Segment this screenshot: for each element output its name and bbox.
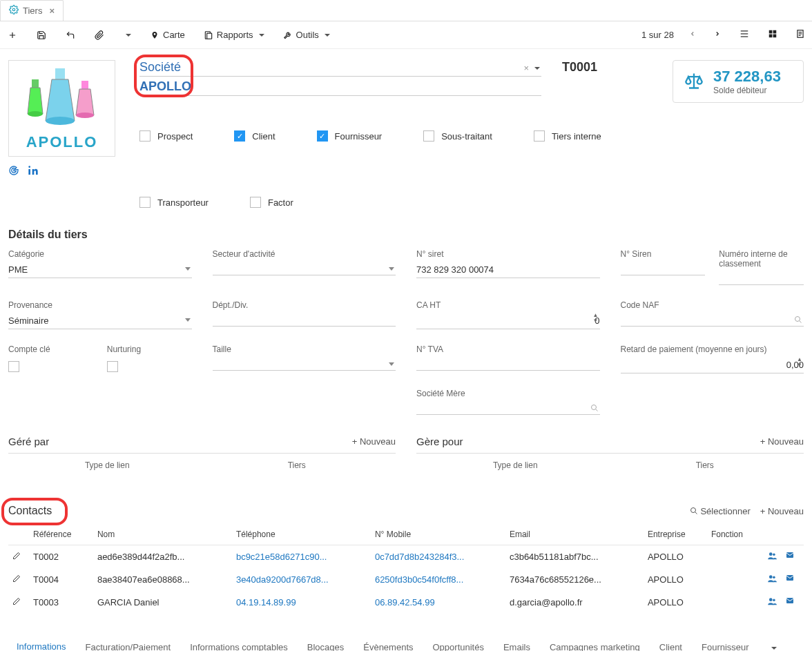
more-dropdown[interactable] bbox=[120, 32, 134, 38]
stepper-icon[interactable]: ▲▼ bbox=[797, 357, 802, 368]
add-button[interactable] bbox=[4, 28, 21, 42]
cell-mobile[interactable]: 6250fd3b0c54f0fcff8... bbox=[371, 568, 505, 591]
users-icon[interactable] bbox=[766, 574, 777, 585]
svg-line-23 bbox=[800, 321, 802, 323]
balance-card[interactable]: 37 228,63 Solde débiteur bbox=[673, 60, 804, 103]
table-row[interactable]: T0003GARCIA Daniel04.19.14.89.9906.89.42… bbox=[8, 591, 804, 614]
logo-image[interactable]: APOLLO bbox=[8, 60, 115, 157]
users-icon[interactable] bbox=[766, 596, 777, 608]
view-list-button[interactable] bbox=[736, 28, 753, 42]
svg-rect-8 bbox=[769, 35, 773, 38]
cell-nom: aed6e389d44f2a2fb... bbox=[93, 545, 232, 569]
linkedin-icon[interactable] bbox=[28, 165, 39, 178]
tab-campagnes-marketing[interactable]: Campagnes marketing bbox=[547, 635, 643, 651]
outils-button[interactable]: Outils bbox=[280, 28, 333, 42]
checkbox-icon[interactable] bbox=[107, 361, 118, 372]
partner-name: APOLLO bbox=[139, 79, 541, 94]
field-naf[interactable]: Code NAF bbox=[621, 300, 804, 329]
tab-facturation-paiement[interactable]: Facturation/Paiement bbox=[83, 635, 174, 651]
gere-par-new-button[interactable]: + Nouveau bbox=[352, 436, 396, 447]
tab-blocages[interactable]: Blocages bbox=[304, 635, 347, 651]
search-icon[interactable] bbox=[590, 404, 599, 414]
contacts-new-button[interactable]: + Nouveau bbox=[760, 506, 804, 516]
rapports-button[interactable]: Rapports bbox=[200, 28, 267, 42]
tab--v-nements[interactable]: Évènements bbox=[360, 635, 416, 651]
svg-point-15 bbox=[28, 111, 43, 117]
cell-mobile[interactable]: 0c7dd7d8b243284f3... bbox=[371, 545, 505, 569]
edit-icon[interactable] bbox=[8, 591, 29, 614]
chevron-down-icon[interactable] bbox=[534, 67, 540, 70]
stepper-icon[interactable]: ▲▼ bbox=[593, 313, 599, 324]
field-siren[interactable]: N° Siren bbox=[621, 249, 706, 285]
edit-icon[interactable] bbox=[8, 568, 29, 591]
check-transporteur[interactable]: Transporteur bbox=[139, 197, 209, 208]
users-icon[interactable] bbox=[766, 551, 777, 563]
form-icon bbox=[795, 28, 805, 41]
table-row[interactable]: T0002aed6e389d44f2a2fb...bc9c21e58d6271c… bbox=[8, 545, 804, 569]
partner-type-label: Société bbox=[139, 60, 541, 75]
google-icon[interactable] bbox=[8, 165, 19, 178]
check-fournisseur[interactable]: ✓Fournisseur bbox=[317, 130, 383, 142]
mail-icon[interactable] bbox=[784, 551, 795, 563]
field-secteur[interactable]: Secteur d'activité bbox=[213, 249, 396, 285]
field-retard[interactable]: Retard de paiement (moyenne en jours)0,0… bbox=[621, 344, 804, 373]
check-factor[interactable]: Factor bbox=[250, 197, 293, 208]
search-icon[interactable] bbox=[794, 315, 802, 326]
cell-mobile[interactable]: 06.89.42.54.99 bbox=[371, 591, 505, 614]
tab-client[interactable]: Client bbox=[657, 635, 685, 651]
field-nurturing[interactable]: Nurturing bbox=[107, 344, 192, 373]
checkbox-checked-icon: ✓ bbox=[234, 130, 245, 142]
field-num-interne[interactable]: Numéro interne de classement bbox=[719, 249, 804, 285]
svg-rect-4 bbox=[741, 33, 748, 34]
bottom-tabs: InformationsFacturation/PaiementInformat… bbox=[8, 634, 804, 651]
carte-button[interactable]: Carte bbox=[146, 28, 188, 42]
table-row[interactable]: T00048ae38407ea6e08868...3e40da9200d7667… bbox=[8, 568, 804, 591]
undo-button[interactable] bbox=[62, 28, 79, 42]
tab-fournisseur[interactable]: Fournisseur bbox=[699, 635, 752, 651]
check-sous-traitant[interactable]: Sous-traitant bbox=[423, 130, 492, 142]
field-caht[interactable]: CA HT0▲▼ bbox=[416, 300, 600, 329]
cell-tel[interactable]: 04.19.14.89.99 bbox=[232, 591, 371, 614]
tabs-more[interactable] bbox=[766, 635, 780, 651]
edit-icon[interactable] bbox=[8, 545, 29, 569]
tab-emails[interactable]: Emails bbox=[501, 635, 533, 651]
plus-icon bbox=[7, 30, 18, 41]
mail-icon[interactable] bbox=[784, 574, 795, 585]
clear-icon[interactable]: × bbox=[523, 63, 529, 73]
cell-nom: GARCIA Daniel bbox=[93, 591, 232, 614]
attach-button[interactable] bbox=[91, 28, 108, 42]
field-categorie[interactable]: CatégoriePME bbox=[8, 249, 192, 285]
gere-pour-new-button[interactable]: + Nouveau bbox=[760, 436, 804, 447]
save-button[interactable] bbox=[33, 28, 50, 42]
field-tva[interactable]: N° TVA bbox=[416, 344, 600, 373]
field-compte-cle[interactable]: Compte clé bbox=[8, 344, 93, 373]
mail-icon[interactable] bbox=[784, 596, 795, 608]
field-dept[interactable]: Dépt./Div. bbox=[213, 300, 396, 329]
field-taille[interactable]: Taille bbox=[213, 344, 396, 373]
tab-informations[interactable]: Informations bbox=[14, 634, 69, 651]
svg-point-32 bbox=[773, 576, 775, 579]
view-grid-button[interactable] bbox=[765, 28, 780, 42]
pager-prev[interactable] bbox=[686, 28, 699, 42]
partner-name-field[interactable]: APOLLO bbox=[139, 79, 541, 96]
check-tiers-interne[interactable]: Tiers interne bbox=[534, 130, 601, 142]
view-form-button[interactable] bbox=[793, 27, 808, 43]
field-siret[interactable]: N° siret732 829 320 00074 bbox=[416, 249, 600, 285]
check-client[interactable]: ✓Client bbox=[234, 130, 275, 142]
pager-next[interactable] bbox=[711, 28, 724, 42]
contacts-select-button[interactable]: Sélectionner bbox=[690, 506, 751, 516]
check-prospect[interactable]: Prospect bbox=[139, 130, 193, 142]
page-tab[interactable]: Tiers × bbox=[0, 0, 64, 21]
partner-type-field[interactable]: Société × bbox=[139, 60, 541, 77]
cell-entreprise: APOLLO bbox=[644, 545, 707, 569]
field-provenance[interactable]: ProvenanceSéminaire bbox=[8, 300, 192, 329]
list-icon bbox=[739, 29, 750, 41]
field-societe-mere[interactable]: Société Mère bbox=[416, 389, 600, 415]
cell-tel[interactable]: 3e40da9200d7667d8... bbox=[232, 568, 371, 591]
close-icon[interactable]: × bbox=[49, 6, 55, 16]
tab-informations-comptables[interactable]: Informations comptables bbox=[187, 635, 291, 651]
tab-opportunit-s[interactable]: Opportunités bbox=[430, 635, 487, 651]
checkbox-icon bbox=[423, 130, 434, 142]
cell-tel[interactable]: bc9c21e58d6271c90... bbox=[232, 545, 371, 569]
checkbox-icon[interactable] bbox=[8, 361, 19, 372]
